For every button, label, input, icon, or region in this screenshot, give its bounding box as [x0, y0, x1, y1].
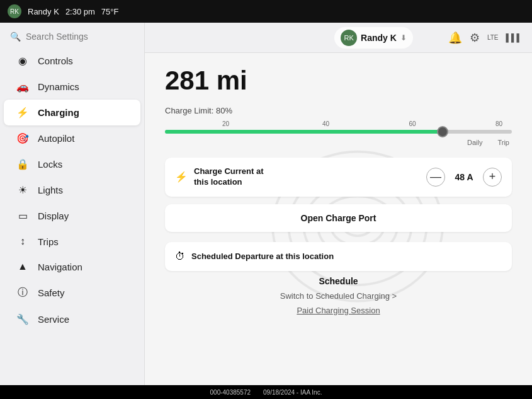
sidebar-item-display[interactable]: ▭ Display	[4, 203, 140, 229]
paid-charging-link[interactable]: Paid Charging Session	[165, 306, 512, 315]
status-bar: RK Randy K 2:30 pm 75°F	[0, 0, 532, 23]
sidebar-label-locks: Locks	[38, 159, 62, 170]
sidebar-label-charging: Charging	[38, 107, 79, 118]
sidebar-label-controls: Controls	[38, 55, 73, 66]
open-charge-port-row[interactable]: Open Charge Port	[165, 204, 512, 232]
charge-current-label: Charge Current atthis location	[194, 166, 426, 188]
trips-icon: ↕	[16, 236, 29, 247]
sidebar-item-autopilot[interactable]: 🎯 Autopilot	[4, 125, 140, 151]
scheduled-icon: ⏱	[175, 251, 185, 262]
content-area: 281 mi Charge Limit: 80% 20 40 60 80 Dai…	[145, 53, 532, 399]
search-bar: 🔍	[0, 28, 144, 45]
sidebar-label-safety: Safety	[38, 287, 65, 298]
controls-icon: ◉	[16, 55, 29, 67]
charge-limit-label: Charge Limit: 80%	[165, 106, 512, 115]
sidebar-item-navigation[interactable]: ▲ Navigation	[4, 254, 140, 279]
charging-icon: ⚡	[16, 107, 29, 119]
bell-icon[interactable]: 🔔	[448, 31, 462, 45]
slider-trip-label: Trip	[497, 139, 509, 146]
decrement-button[interactable]: —	[426, 168, 445, 187]
date-label: 09/18/2024 - IAA Inc.	[263, 389, 322, 396]
switch-scheduled-link[interactable]: Switch to Scheduled Charging >	[165, 291, 512, 301]
dynamics-icon: 🚗	[16, 81, 29, 93]
scheduled-departure-row[interactable]: ⏱ Scheduled Departure at this location	[165, 242, 512, 271]
vin-label: 000-40385572	[210, 389, 251, 396]
tick-2: 60	[409, 120, 416, 127]
sidebar-item-trips[interactable]: ↕ Trips	[4, 229, 140, 254]
status-time: 2:30 pm	[65, 7, 95, 16]
sidebar-label-navigation: Navigation	[38, 262, 82, 272]
settings-icon[interactable]: ⚙	[470, 31, 480, 45]
locks-icon: 🔒	[16, 158, 29, 170]
sidebar-item-controls[interactable]: ◉ Controls	[4, 48, 140, 74]
service-icon: 🔧	[16, 313, 29, 325]
current-value-display: 48 A	[451, 172, 477, 182]
slider-ticks: 20 40 60 80	[165, 120, 512, 127]
slider-labels: Daily Trip	[165, 139, 512, 146]
display-icon: ▭	[16, 210, 29, 222]
charge-current-icon: ⚡	[175, 171, 188, 183]
download-icon: ⬇	[400, 33, 407, 42]
main-layout: 🔍 ◉ Controls 🚗 Dynamics ⚡ Charging 🎯 Aut…	[0, 23, 532, 399]
scheduled-label: Scheduled Departure at this location	[191, 252, 502, 261]
sidebar-item-service[interactable]: 🔧 Service	[4, 306, 140, 332]
user-avatar: RK	[341, 30, 357, 46]
sidebar-label-trips: Trips	[38, 236, 59, 247]
charge-slider-container: 20 40 60 80	[165, 120, 512, 134]
search-input[interactable]	[26, 32, 134, 42]
charge-current-row: ⚡ Charge Current atthis location — 48 A …	[165, 158, 512, 197]
tick-1: 40	[322, 120, 329, 127]
sidebar-label-service: Service	[38, 314, 69, 325]
slider-daily-label: Daily	[467, 139, 482, 146]
status-temp: 75°F	[101, 7, 119, 16]
top-nav: RK Randy K ⬇ 🔔 ⚙ LTE ▌▌▌	[145, 23, 532, 53]
schedule-label: Schedule	[165, 276, 512, 286]
sidebar-item-charging[interactable]: ⚡ Charging	[4, 100, 140, 125]
autopilot-icon: 🎯	[16, 132, 29, 144]
user-pill[interactable]: RK Randy K ⬇	[334, 27, 413, 49]
bottom-bar: 000-40385572 09/18/2024 - IAA Inc.	[0, 385, 532, 399]
sidebar-item-dynamics[interactable]: 🚗 Dynamics	[4, 74, 140, 100]
range-display: 281 mi	[165, 66, 512, 96]
open-charge-port-label: Open Charge Port	[301, 213, 376, 223]
status-user: Randy K	[28, 7, 59, 16]
sidebar-label-dynamics: Dynamics	[38, 81, 79, 92]
sidebar-label-display: Display	[38, 211, 69, 221]
charge-current-controls: — 48 A +	[426, 168, 502, 187]
navigation-icon: ▲	[16, 261, 29, 272]
sidebar-item-safety[interactable]: ⓘ Safety	[4, 279, 140, 306]
sidebar-label-autopilot: Autopilot	[38, 133, 74, 144]
tick-3: 80	[495, 120, 502, 127]
tick-0: 20	[222, 120, 229, 127]
charge-slider-track[interactable]	[165, 130, 512, 134]
sidebar-item-lights[interactable]: ☀ Lights	[4, 177, 140, 203]
sidebar-label-lights: Lights	[38, 185, 63, 195]
status-avatar: RK	[8, 4, 21, 18]
lights-icon: ☀	[16, 184, 29, 196]
safety-icon: ⓘ	[16, 286, 29, 299]
increment-button[interactable]: +	[483, 168, 502, 187]
slider-thumb[interactable]	[437, 126, 448, 137]
lte-label: LTE	[487, 34, 499, 41]
sidebar-item-locks[interactable]: 🔒 Locks	[4, 151, 140, 177]
sidebar: 🔍 ◉ Controls 🚗 Dynamics ⚡ Charging 🎯 Aut…	[0, 23, 145, 399]
signal-icon: ▌▌▌	[506, 33, 522, 42]
user-name: Randy K	[361, 33, 397, 43]
slider-fill	[165, 130, 443, 134]
search-icon: 🔍	[10, 32, 21, 42]
